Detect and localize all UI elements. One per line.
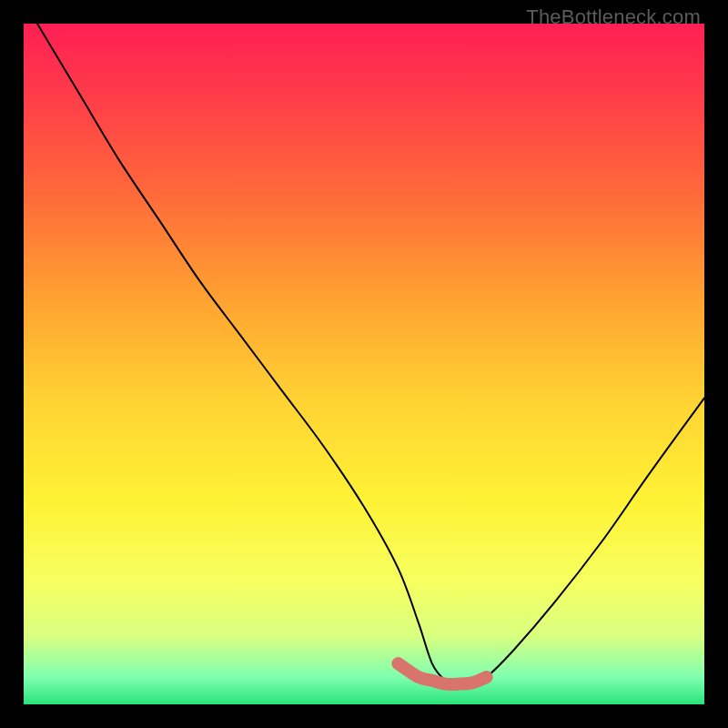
chart-frame: TheBottleneck.com <box>0 0 728 728</box>
curve-svg <box>24 24 704 704</box>
highlight-segment <box>398 663 486 684</box>
bottleneck-curve <box>37 24 704 684</box>
plot-area <box>24 24 704 704</box>
